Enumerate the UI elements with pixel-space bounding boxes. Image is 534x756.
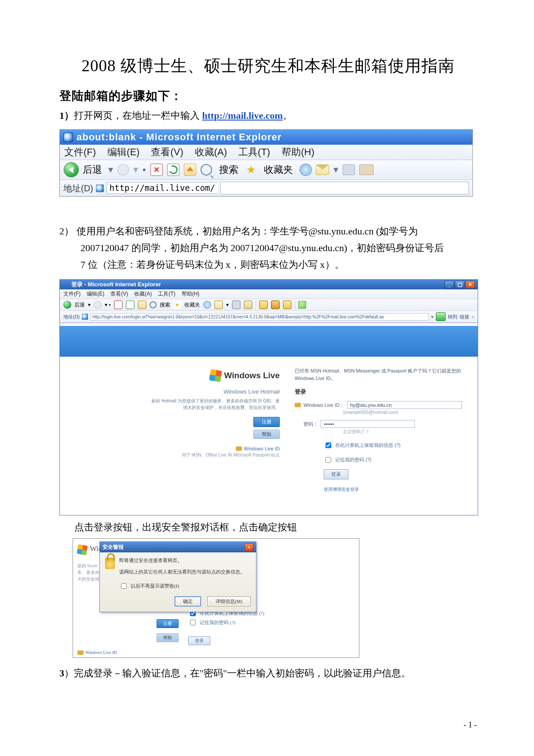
go-icon[interactable] [436, 312, 446, 321]
step1-link[interactable]: http://mail.live.com [202, 110, 283, 121]
search-label[interactable]: 搜索 [219, 165, 238, 175]
forward-icon[interactable] [94, 301, 102, 309]
s2b6: x [320, 259, 325, 270]
screenshot-live-login: 登录 - Microsoft Internet Explorer _ ▢ × 文… [59, 279, 478, 515]
back-icon[interactable] [63, 301, 71, 309]
help-button[interactable]: 帮助 [157, 633, 179, 642]
signin-button[interactable]: 登录 [188, 636, 210, 645]
links-label[interactable]: 链接 [460, 314, 469, 320]
maximize-icon[interactable]: ▢ [455, 281, 465, 289]
password-label: 密码： [304, 421, 318, 427]
messenger-icon[interactable] [298, 301, 306, 309]
home-icon[interactable] [138, 300, 146, 309]
ie-page-icon [96, 184, 104, 192]
menu-fav[interactable]: 收藏(A) [134, 290, 152, 298]
mail-icon[interactable] [316, 164, 329, 175]
signup-button[interactable]: 注册 [157, 619, 179, 628]
history-icon[interactable] [300, 164, 311, 175]
refresh-icon[interactable] [167, 164, 179, 176]
back-label[interactable]: 后退 [83, 165, 102, 175]
favorites-label[interactable]: 收藏夹 [264, 165, 293, 175]
favorites-label[interactable]: 收藏夹 [184, 301, 200, 309]
page-number: - 1 - [464, 720, 477, 730]
favorites-star-icon[interactable]: ★ [173, 301, 181, 309]
s2t5: 位（注意：若身份证号码末位为 [85, 259, 226, 270]
menu-help[interactable]: 帮助(H) [182, 290, 200, 298]
suppress-warning-label: 以后不再显示该警告(I) [131, 583, 179, 589]
s2t1: 使用用户名和密码登陆系统，初始用户名为：学生学号 [74, 226, 309, 237]
stop-icon[interactable] [114, 300, 123, 309]
menu-tools[interactable]: 工具(T) [158, 290, 175, 298]
back-label[interactable]: 后退 [74, 301, 85, 309]
forgot-password-link[interactable]: 忘记密码了？ [343, 429, 462, 435]
password-input[interactable]: •••••• [321, 420, 415, 428]
signin-button[interactable]: 登录 [324, 469, 348, 479]
menu-edit[interactable]: 编辑(E) [87, 290, 104, 298]
go-label[interactable]: 转到 [448, 314, 457, 320]
suppress-warning-checkbox[interactable] [121, 583, 127, 589]
menu-tools[interactable]: 工具(T) [238, 147, 270, 157]
minimize-icon[interactable]: _ [444, 281, 454, 289]
ie2-title: 登录 - Microsoft Internet Explorer [71, 281, 161, 289]
s2b2: 2007120047 [80, 242, 129, 253]
address-label: 地址(D) [63, 314, 80, 320]
search-icon[interactable] [201, 164, 212, 175]
address-input[interactable]: http://login.live.com/login.srf?wa=wsign… [90, 313, 429, 321]
search-label[interactable]: 搜索 [160, 301, 170, 309]
step3-num: 3 [59, 668, 64, 679]
folder2-icon[interactable] [283, 300, 292, 309]
menu-view[interactable]: 查看(V) [110, 290, 128, 298]
home-icon[interactable] [184, 164, 196, 176]
help-button[interactable]: 帮助 [253, 430, 280, 439]
print-icon[interactable] [343, 164, 355, 175]
close-icon[interactable]: × [245, 543, 253, 551]
edit-icon[interactable] [244, 300, 252, 309]
brand-text: Windows Live [224, 371, 280, 380]
id-label: Windows Live ID： [304, 402, 344, 409]
id-input[interactable]: hy@stu.ynu.edu.cn [347, 401, 462, 409]
shield-icon[interactable] [271, 300, 280, 309]
menu-help[interactable]: 帮助(H) [282, 147, 315, 157]
windows-flag-icon [77, 544, 88, 555]
print-icon[interactable] [232, 300, 241, 309]
page-banner [60, 326, 478, 357]
refresh-icon[interactable] [126, 300, 135, 309]
live-id-label: Windows Live ID [244, 446, 280, 451]
menu-edit[interactable]: 编辑(E) [107, 147, 139, 157]
search-icon[interactable] [150, 301, 157, 308]
enhanced-login-link[interactable]: 使用增强安全登录 [324, 486, 462, 493]
address-input[interactable]: http://mail.live.com/ [106, 182, 218, 194]
close-icon[interactable]: × [465, 281, 475, 289]
signup-button[interactable]: 注册 [253, 417, 280, 427]
folder-icon[interactable] [259, 300, 268, 309]
history-icon[interactable] [203, 301, 211, 309]
remember-password-checkbox[interactable] [326, 457, 331, 463]
security-alert-dialog: 安全警报 × 即将通过安全连接查看网页。 该网站上的其它任何人都无法看到您与该站… [99, 541, 256, 612]
details-button[interactable]: 详细信息(M) [207, 596, 251, 606]
dialog-msg2: 该网站上的其它任何人都无法看到您与该站点的交换信息。 [119, 568, 245, 576]
menu-fav[interactable]: 收藏(A) [195, 147, 227, 157]
remember-info-label: 在此计算机上保留我的信息 (?) [335, 442, 401, 449]
forward-icon[interactable] [117, 164, 129, 175]
login-left-panel: Windows Live Windows Live Hotmail 新的 Hot… [148, 366, 280, 515]
remember-password-checkbox[interactable] [190, 620, 196, 625]
ie1-addressbar: 地址(D) http://mail.live.com/ [60, 180, 472, 196]
s2b1: @stu.ynu.edu.cn ( [309, 226, 380, 237]
menu-file[interactable]: 文件(F) [63, 290, 80, 298]
menu-file[interactable]: 文件(F) [64, 147, 96, 157]
login-right-panel: 已经有 MSN Hotmail、MSN Messenger 或 Passport… [295, 366, 462, 515]
remember-info-checkbox[interactable] [326, 442, 331, 448]
back-icon[interactable] [64, 163, 78, 177]
address-rest[interactable] [220, 182, 469, 194]
s2b3: 2007120047@stu.ynu.edu.cn) [230, 242, 347, 253]
menu-view[interactable]: 查看(V) [151, 147, 183, 157]
stop-icon[interactable]: × [150, 164, 163, 176]
dialog-msg1: 即将通过安全连接查看网页。 [119, 557, 245, 565]
live-id-sub: 用于 MSN、Office Live 和 Microsoft Passport … [148, 452, 280, 458]
live-id-label: Windows Live ID [85, 650, 117, 655]
mail-icon[interactable] [214, 300, 223, 309]
ok-button[interactable]: 确定 [175, 596, 201, 606]
favorites-star-icon[interactable]: ★ [245, 164, 257, 175]
edit-icon[interactable] [359, 164, 373, 175]
step2-num: 2） [59, 226, 74, 237]
